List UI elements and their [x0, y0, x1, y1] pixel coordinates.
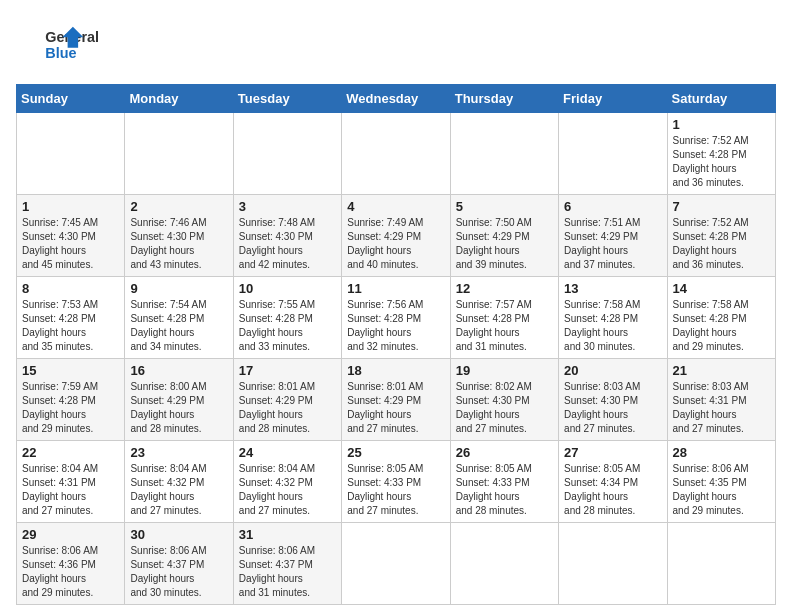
day-number: 9 [130, 281, 227, 296]
day-number: 24 [239, 445, 336, 460]
logo-icon: General Blue [20, 24, 110, 66]
day-number: 23 [130, 445, 227, 460]
calendar-cell [342, 113, 450, 195]
calendar-cell: 23 Sunrise: 8:04 AM Sunset: 4:32 PM Dayl… [125, 441, 233, 523]
calendar-cell: 4 Sunrise: 7:49 AM Sunset: 4:29 PM Dayli… [342, 195, 450, 277]
calendar-week-row: 22 Sunrise: 8:04 AM Sunset: 4:31 PM Dayl… [17, 441, 776, 523]
day-number: 28 [673, 445, 770, 460]
day-info: Sunrise: 7:58 AM Sunset: 4:28 PM Dayligh… [564, 298, 661, 354]
calendar-cell: 1 Sunrise: 7:52 AM Sunset: 4:28 PM Dayli… [667, 113, 775, 195]
col-header-sunday: Sunday [17, 85, 125, 113]
day-number: 5 [456, 199, 553, 214]
calendar-cell: 16 Sunrise: 8:00 AM Sunset: 4:29 PM Dayl… [125, 359, 233, 441]
page-header: General Blue [16, 16, 776, 74]
day-info: Sunrise: 8:01 AM Sunset: 4:29 PM Dayligh… [239, 380, 336, 436]
day-number: 30 [130, 527, 227, 542]
day-info: Sunrise: 7:52 AM Sunset: 4:28 PM Dayligh… [673, 134, 770, 190]
calendar-cell: 14 Sunrise: 7:58 AM Sunset: 4:28 PM Dayl… [667, 277, 775, 359]
calendar-cell: 28 Sunrise: 8:06 AM Sunset: 4:35 PM Dayl… [667, 441, 775, 523]
day-info: Sunrise: 8:04 AM Sunset: 4:31 PM Dayligh… [22, 462, 119, 518]
day-info: Sunrise: 8:06 AM Sunset: 4:37 PM Dayligh… [239, 544, 336, 600]
day-number: 26 [456, 445, 553, 460]
day-info: Sunrise: 7:51 AM Sunset: 4:29 PM Dayligh… [564, 216, 661, 272]
calendar-cell: 17 Sunrise: 8:01 AM Sunset: 4:29 PM Dayl… [233, 359, 341, 441]
day-number: 3 [239, 199, 336, 214]
day-info: Sunrise: 7:57 AM Sunset: 4:28 PM Dayligh… [456, 298, 553, 354]
calendar-cell: 31 Sunrise: 8:06 AM Sunset: 4:37 PM Dayl… [233, 523, 341, 605]
calendar-cell: 29 Sunrise: 8:06 AM Sunset: 4:36 PM Dayl… [17, 523, 125, 605]
logo: General Blue [20, 24, 110, 66]
day-number: 10 [239, 281, 336, 296]
day-info: Sunrise: 8:05 AM Sunset: 4:33 PM Dayligh… [347, 462, 444, 518]
day-info: Sunrise: 7:54 AM Sunset: 4:28 PM Dayligh… [130, 298, 227, 354]
calendar-cell: 7 Sunrise: 7:52 AM Sunset: 4:28 PM Dayli… [667, 195, 775, 277]
day-number: 6 [564, 199, 661, 214]
calendar-week-row: 1 Sunrise: 7:52 AM Sunset: 4:28 PM Dayli… [17, 113, 776, 195]
col-header-saturday: Saturday [667, 85, 775, 113]
calendar-cell [559, 523, 667, 605]
calendar-cell: 2 Sunrise: 7:46 AM Sunset: 4:30 PM Dayli… [125, 195, 233, 277]
day-info: Sunrise: 7:49 AM Sunset: 4:29 PM Dayligh… [347, 216, 444, 272]
calendar-cell: 25 Sunrise: 8:05 AM Sunset: 4:33 PM Dayl… [342, 441, 450, 523]
calendar-header-row: SundayMondayTuesdayWednesdayThursdayFrid… [17, 85, 776, 113]
day-info: Sunrise: 7:48 AM Sunset: 4:30 PM Dayligh… [239, 216, 336, 272]
day-number: 2 [130, 199, 227, 214]
calendar-cell: 30 Sunrise: 8:06 AM Sunset: 4:37 PM Dayl… [125, 523, 233, 605]
day-number: 22 [22, 445, 119, 460]
day-info: Sunrise: 8:00 AM Sunset: 4:29 PM Dayligh… [130, 380, 227, 436]
day-info: Sunrise: 7:59 AM Sunset: 4:28 PM Dayligh… [22, 380, 119, 436]
day-number: 29 [22, 527, 119, 542]
calendar-cell: 8 Sunrise: 7:53 AM Sunset: 4:28 PM Dayli… [17, 277, 125, 359]
day-info: Sunrise: 8:02 AM Sunset: 4:30 PM Dayligh… [456, 380, 553, 436]
col-header-monday: Monday [125, 85, 233, 113]
day-info: Sunrise: 8:03 AM Sunset: 4:30 PM Dayligh… [564, 380, 661, 436]
calendar-cell: 19 Sunrise: 8:02 AM Sunset: 4:30 PM Dayl… [450, 359, 558, 441]
day-number: 1 [22, 199, 119, 214]
day-info: Sunrise: 8:04 AM Sunset: 4:32 PM Dayligh… [130, 462, 227, 518]
day-info: Sunrise: 7:55 AM Sunset: 4:28 PM Dayligh… [239, 298, 336, 354]
day-number: 31 [239, 527, 336, 542]
day-number: 15 [22, 363, 119, 378]
day-number: 8 [22, 281, 119, 296]
calendar-table: SundayMondayTuesdayWednesdayThursdayFrid… [16, 84, 776, 605]
day-number: 11 [347, 281, 444, 296]
day-info: Sunrise: 8:05 AM Sunset: 4:33 PM Dayligh… [456, 462, 553, 518]
day-info: Sunrise: 7:53 AM Sunset: 4:28 PM Dayligh… [22, 298, 119, 354]
day-info: Sunrise: 8:05 AM Sunset: 4:34 PM Dayligh… [564, 462, 661, 518]
day-info: Sunrise: 8:06 AM Sunset: 4:35 PM Dayligh… [673, 462, 770, 518]
calendar-cell: 24 Sunrise: 8:04 AM Sunset: 4:32 PM Dayl… [233, 441, 341, 523]
calendar-cell: 13 Sunrise: 7:58 AM Sunset: 4:28 PM Dayl… [559, 277, 667, 359]
day-number: 4 [347, 199, 444, 214]
day-info: Sunrise: 7:52 AM Sunset: 4:28 PM Dayligh… [673, 216, 770, 272]
calendar-cell [667, 523, 775, 605]
calendar-cell: 3 Sunrise: 7:48 AM Sunset: 4:30 PM Dayli… [233, 195, 341, 277]
day-number: 17 [239, 363, 336, 378]
calendar-week-row: 1 Sunrise: 7:45 AM Sunset: 4:30 PM Dayli… [17, 195, 776, 277]
day-info: Sunrise: 7:58 AM Sunset: 4:28 PM Dayligh… [673, 298, 770, 354]
calendar-cell: 11 Sunrise: 7:56 AM Sunset: 4:28 PM Dayl… [342, 277, 450, 359]
calendar-cell: 27 Sunrise: 8:05 AM Sunset: 4:34 PM Dayl… [559, 441, 667, 523]
day-number: 27 [564, 445, 661, 460]
calendar-cell [342, 523, 450, 605]
calendar-cell: 15 Sunrise: 7:59 AM Sunset: 4:28 PM Dayl… [17, 359, 125, 441]
calendar-cell [125, 113, 233, 195]
calendar-cell: 26 Sunrise: 8:05 AM Sunset: 4:33 PM Dayl… [450, 441, 558, 523]
calendar-week-row: 29 Sunrise: 8:06 AM Sunset: 4:36 PM Dayl… [17, 523, 776, 605]
calendar-cell [450, 523, 558, 605]
calendar-cell [233, 113, 341, 195]
day-number: 16 [130, 363, 227, 378]
calendar-cell: 22 Sunrise: 8:04 AM Sunset: 4:31 PM Dayl… [17, 441, 125, 523]
day-number: 19 [456, 363, 553, 378]
calendar-cell [450, 113, 558, 195]
calendar-week-row: 8 Sunrise: 7:53 AM Sunset: 4:28 PM Dayli… [17, 277, 776, 359]
day-number: 14 [673, 281, 770, 296]
day-number: 18 [347, 363, 444, 378]
day-info: Sunrise: 7:46 AM Sunset: 4:30 PM Dayligh… [130, 216, 227, 272]
day-number: 21 [673, 363, 770, 378]
col-header-wednesday: Wednesday [342, 85, 450, 113]
day-number: 13 [564, 281, 661, 296]
day-number: 12 [456, 281, 553, 296]
calendar-week-row: 15 Sunrise: 7:59 AM Sunset: 4:28 PM Dayl… [17, 359, 776, 441]
day-info: Sunrise: 7:45 AM Sunset: 4:30 PM Dayligh… [22, 216, 119, 272]
calendar-cell [17, 113, 125, 195]
